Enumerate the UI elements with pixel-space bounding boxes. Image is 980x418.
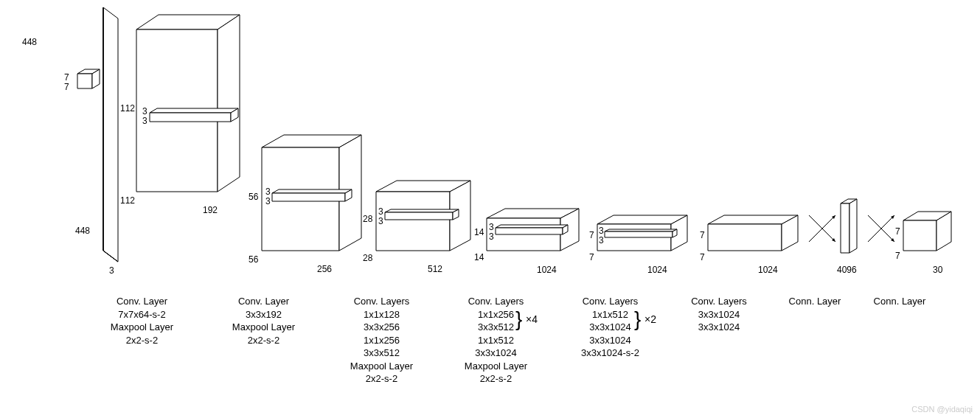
caption-4: Conv. Layers 1x1x256 3x3x512 1x1x512 3x3… (439, 295, 553, 386)
b6-bot-w: 7 (589, 252, 594, 262)
b6-fh: 3 (599, 226, 604, 236)
svg-marker-29 (496, 228, 563, 234)
b2-bot-w: 112 (120, 195, 135, 206)
svg-marker-28 (496, 225, 568, 228)
b5-fh: 3 (489, 222, 494, 232)
block-conv5: 7 7 1024 3 3 (597, 214, 708, 283)
b4-bot-w: 28 (363, 253, 372, 263)
b1-depth: 3 (109, 265, 114, 276)
caption-1: Conv. Layer 7x7x64-s-2 Maxpool Layer 2x2… (81, 295, 203, 386)
svg-marker-10 (150, 108, 238, 113)
b4-fh: 3 (378, 206, 383, 217)
b3-bot-w: 56 (249, 254, 258, 265)
svg-marker-23 (385, 212, 453, 220)
svg-marker-38 (708, 224, 782, 251)
b9-bot-w: 7 (895, 251, 900, 261)
b5-depth: 1024 (537, 265, 557, 275)
caption-7: Conn. Layer (771, 295, 859, 386)
brace-x2: } (634, 305, 641, 333)
b7-top-h: 7 (700, 230, 705, 240)
b2-fh: 3 (142, 106, 147, 116)
svg-marker-11 (150, 113, 231, 122)
b2-top-h: 112 (120, 103, 135, 114)
b1-fh: 7 (64, 72, 69, 83)
caption-5: Conv. Layers 1x1x512 3x3x1024 3x3x1024 3… (553, 295, 667, 386)
block-output: 7 7 30 (903, 210, 970, 272)
b3-depth: 256 (317, 264, 332, 274)
b1-bot-w: 448 (75, 226, 90, 236)
brace-x4: } (515, 305, 522, 333)
b4-depth: 512 (428, 264, 442, 274)
mult-x2: ×2 (644, 313, 656, 327)
block-fc1: 4096 (841, 198, 870, 274)
b8-depth: 4096 (837, 265, 857, 275)
block-conv3: 28 28 512 3 3 (376, 177, 487, 283)
svg-marker-45 (841, 203, 849, 253)
b9-depth: 30 (933, 265, 942, 275)
fc-cross-2 (866, 214, 896, 243)
caption-6: Conv. Layers 3x3x1024 3x3x1024 (667, 295, 771, 386)
b2-depth: 192 (203, 205, 218, 215)
block-conv4: 14 14 1024 3 3 (487, 206, 597, 283)
block-conv6: 7 7 1024 (708, 214, 819, 283)
b6-fw: 3 (599, 235, 604, 245)
b3-fh: 3 (265, 187, 271, 197)
mult-x4: ×4 (526, 313, 538, 327)
b5-fw: 3 (489, 231, 494, 242)
b1-top-h: 448 (22, 37, 37, 47)
b3-fw: 3 (265, 196, 271, 206)
b2-fw: 3 (142, 116, 147, 126)
svg-marker-16 (272, 189, 352, 193)
b3-top-h: 56 (249, 192, 258, 202)
b4-fw: 3 (378, 216, 383, 226)
svg-marker-0 (103, 7, 118, 262)
b7-depth: 1024 (758, 265, 778, 275)
b6-top-h: 7 (589, 230, 594, 240)
fc-cross-1 (807, 214, 837, 243)
b1-fw: 7 (64, 82, 69, 92)
b9-top-h: 7 (895, 226, 900, 237)
svg-marker-22 (385, 209, 459, 212)
b5-bot-w: 14 (474, 252, 484, 262)
svg-marker-17 (272, 193, 345, 201)
caption-8: Conn. Layer (859, 295, 940, 386)
svg-marker-52 (903, 220, 936, 251)
caption-3: Conv. Layers 1x1x128 3x3x256 1x1x256 3x3… (324, 295, 439, 386)
b7-bot-w: 7 (700, 252, 705, 262)
svg-marker-5 (77, 74, 92, 88)
architecture-diagram: 448 448 3 7 7 112 112 192 3 3 (7, 7, 966, 280)
block-input: 448 448 3 7 7 (29, 7, 140, 276)
svg-marker-9 (218, 15, 240, 192)
svg-marker-35 (605, 231, 673, 237)
caption-2: Conv. Layer 3x3x192 Maxpool Layer 2x2-s-… (203, 295, 324, 386)
block-conv2: 56 56 256 3 3 (262, 129, 380, 283)
captions: Conv. Layer 7x7x64-s-2 Maxpool Layer 2x2… (7, 280, 966, 386)
b5-top-h: 14 (474, 227, 484, 237)
b4-top-h: 28 (363, 214, 372, 224)
watermark: CSDN @yidaqiqi (911, 405, 973, 414)
b6-depth: 1024 (647, 265, 667, 275)
svg-marker-46 (849, 199, 857, 253)
